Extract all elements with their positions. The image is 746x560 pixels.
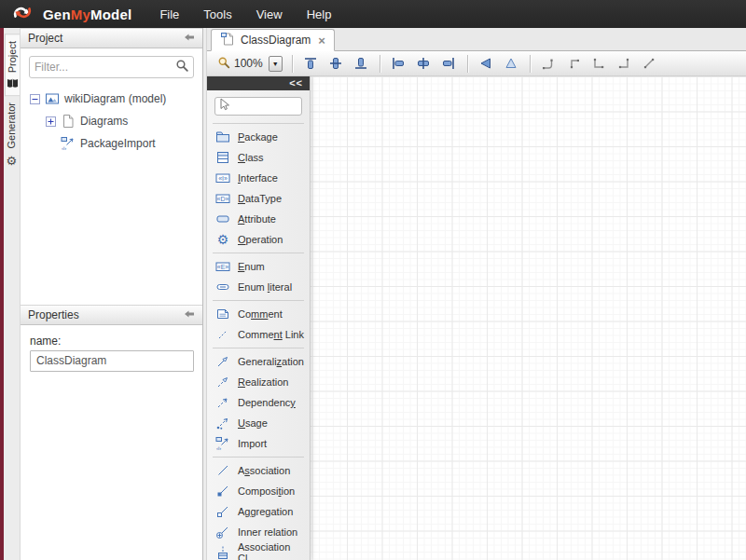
link-rounded-icon [541,56,556,71]
palette-collapse-button[interactable]: << [289,78,303,89]
palette-item-import[interactable]: ‹i›Import [207,433,310,454]
gear-icon: ⚙ [6,154,18,168]
palette-item-realization[interactable]: Realization [207,372,310,392]
collapse-panel-icon[interactable] [184,32,195,45]
menu-view[interactable]: View [244,7,295,21]
palette-item-comment[interactable]: Comment [207,304,310,324]
link-rounded-button[interactable] [537,53,560,75]
palette-item-label: Generalization [238,356,304,367]
inner-relation-icon [215,525,230,540]
align-left-icon [391,56,406,71]
sidebar-tab-project[interactable]: Project [5,34,20,96]
tree-item-diagrams[interactable]: Diagrams [21,110,202,132]
palette-item-composition[interactable]: Composition [207,481,310,501]
align-left-button[interactable] [387,53,410,75]
filter-box [29,56,194,78]
palette-item-aggregation[interactable]: Aggregation [207,501,310,522]
zoom-value: 100% [234,57,263,70]
minus-expander-icon[interactable] [30,94,40,104]
left-panel: Project wikiDiagram (model)Diagrams‹i›Pa… [21,28,203,560]
package-icon [215,130,230,144]
name-field[interactable] [30,350,194,372]
palette-item-operation[interactable]: ⚙Operation [207,229,310,250]
pkgimport-icon: ‹i› [215,436,230,451]
flip-horizontal-button[interactable] [475,53,498,75]
brand-text: GenMyModel [43,7,131,22]
palette-item-label: Composition [238,485,295,497]
flip-vertical-button[interactable] [500,53,523,75]
palette-item-interface[interactable]: «I»Interface [207,168,310,188]
palette-item-class[interactable]: Class [207,147,310,168]
link-elbow-icon [566,56,581,71]
palette-item-label: DataType [238,193,282,204]
palette-divider [213,253,304,253]
align-middle-icon [328,56,343,71]
search-icon [175,59,188,75]
palette-item-usage[interactable]: Usage [207,413,310,433]
magnifier-icon [217,56,230,72]
palette-item-enum[interactable]: «E»Enum [207,256,310,277]
pkgimport-icon: ‹i› [61,136,76,151]
tool-palette: << PackageClass«I»Interface«D»DataTypeAt… [207,76,311,560]
palette-item-association[interactable]: Association [207,460,310,481]
realization-icon [215,375,230,389]
tree-item-wikidiagram-model[interactable]: wikiDiagram (model) [21,88,202,110]
link-oblique-button[interactable] [638,53,661,75]
filter-input[interactable] [35,61,175,74]
menu-file[interactable]: File [147,7,191,21]
palette-item-inner-relation[interactable]: Inner relation [207,522,310,542]
palette-item-label: Interface [238,172,278,184]
align-top-icon [303,56,318,71]
align-right-button[interactable] [437,53,461,75]
palette-item-datatype[interactable]: «D»DataType [207,188,310,209]
align-top-button[interactable] [299,53,323,75]
flip-vertical-icon [504,56,518,71]
align-center-button[interactable] [412,53,435,75]
filter-area [21,48,202,84]
link-elbow-button[interactable] [562,53,586,75]
align-middle-button[interactable] [325,53,348,75]
svg-text:«I»: «I» [218,175,228,182]
palette-item-attribute[interactable]: Attribute [207,209,310,229]
select-tool-button[interactable] [214,97,302,116]
link-right-down-button[interactable] [613,53,636,75]
tab-label: ClassDiagram [241,34,311,47]
link-down-right-button[interactable] [587,53,611,75]
svg-text:«D»: «D» [217,196,229,202]
menu-help[interactable]: Help [295,7,344,21]
sidebar-tab-generator[interactable]: ⚙ Generator [5,96,19,174]
menu-tools[interactable]: Tools [191,7,243,21]
menu-bar: FileToolsViewHelp [147,7,343,21]
palette-item-enum-literal[interactable]: Enum literal [207,277,310,297]
attribute-icon [215,212,230,226]
zoom-dropdown-button[interactable]: ▼ [269,56,283,72]
page-icon [61,114,76,129]
class-icon [215,150,230,165]
palette-divider [213,457,304,458]
palette-item-association-cl[interactable]: Association Cl... [207,542,310,560]
comment-icon [215,307,230,321]
palette-item-package[interactable]: Package [207,127,310,147]
align-bottom-button[interactable] [350,53,373,75]
palette-item-label: Dependency [238,397,296,408]
palette-item-comment-link[interactable]: Comment Link [207,324,310,345]
svg-text:‹i›: ‹i› [216,445,221,451]
align-right-icon [441,56,456,71]
collapse-panel-icon[interactable] [184,308,195,321]
palette-item-label: Comment Link [238,329,304,340]
side-rail: Project ⚙ Generator [4,28,21,560]
palette-header: << [207,76,310,90]
association-class-icon [215,545,230,560]
tab-classdiagram[interactable]: ClassDiagram × [211,29,335,51]
plus-expander-icon[interactable] [46,116,56,127]
tab-close-icon[interactable]: × [316,34,325,48]
palette-item-label: Comment [238,308,283,320]
link-down-right-icon [591,56,606,71]
align-bottom-icon [353,56,368,71]
palette-item-dependency[interactable]: Dependency [207,392,310,413]
tree-item-label: wikiDiagram (model) [64,92,166,105]
palette-item-label: Import [238,438,267,449]
palette-item-generalization[interactable]: Generalization [207,351,310,372]
tree-item-packageimport[interactable]: ‹i›PackageImport [21,132,202,155]
palette-item-label: Enum literal [238,281,292,293]
